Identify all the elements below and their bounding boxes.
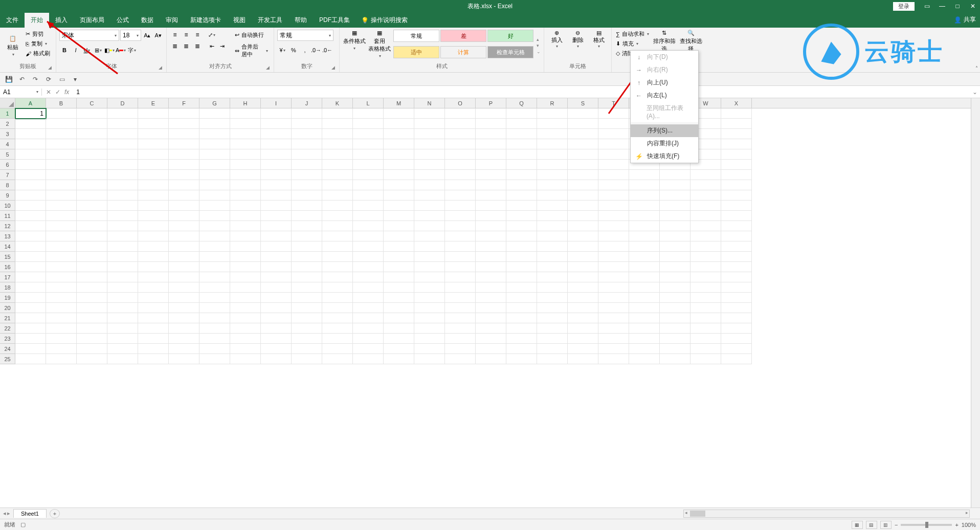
expand-formula-bar-icon[interactable]: ⌄	[970, 89, 980, 96]
decrease-decimal-icon[interactable]: .0←	[322, 45, 332, 55]
cell[interactable]	[292, 201, 322, 211]
cell[interactable]	[721, 354, 752, 364]
row-head-2[interactable]: 2	[0, 119, 15, 129]
cell[interactable]	[353, 303, 384, 313]
cell[interactable]	[721, 303, 752, 313]
cell[interactable]	[230, 313, 261, 323]
horizontal-scrollbar[interactable]: ◂ ▸	[683, 510, 970, 518]
font-size-select[interactable]: 18▾	[120, 30, 141, 41]
macro-record-icon[interactable]: ▢	[20, 521, 26, 528]
cell[interactable]	[138, 272, 169, 282]
cell[interactable]	[169, 211, 199, 221]
cell[interactable]	[77, 231, 107, 241]
cell[interactable]	[629, 170, 660, 180]
cell[interactable]	[77, 221, 107, 231]
fx-icon[interactable]: fx	[64, 89, 69, 96]
cell[interactable]	[691, 303, 721, 313]
cell[interactable]	[721, 231, 752, 241]
cell[interactable]	[660, 344, 691, 354]
col-head-A[interactable]: A	[15, 98, 46, 108]
cell[interactable]	[476, 119, 506, 129]
cell[interactable]	[322, 190, 353, 201]
col-head-Q[interactable]: Q	[506, 98, 537, 108]
cell[interactable]	[414, 344, 445, 354]
cell[interactable]	[322, 344, 353, 354]
cell[interactable]	[292, 139, 322, 149]
cell[interactable]	[598, 282, 629, 293]
cell[interactable]	[292, 231, 322, 241]
cell[interactable]	[384, 190, 414, 201]
cell[interactable]	[138, 282, 169, 293]
cell[interactable]	[322, 149, 353, 160]
cell[interactable]	[476, 160, 506, 170]
cell[interactable]	[230, 201, 261, 211]
zoom-out-icon[interactable]: −	[895, 522, 898, 528]
cell[interactable]	[77, 334, 107, 344]
cell[interactable]	[568, 262, 598, 272]
cell[interactable]	[138, 252, 169, 262]
cell[interactable]	[46, 334, 77, 344]
cell[interactable]	[230, 252, 261, 262]
cell[interactable]	[261, 149, 292, 160]
cell[interactable]	[138, 323, 169, 334]
cell[interactable]	[77, 303, 107, 313]
decrease-font-icon[interactable]: A▾	[153, 30, 163, 40]
cell[interactable]	[77, 252, 107, 262]
cell[interactable]	[199, 160, 230, 170]
conditional-format-button[interactable]: ▦条件格式▾	[343, 30, 366, 61]
phonetic-button[interactable]: 字▾	[127, 45, 137, 55]
login-button[interactable]: 登录	[893, 2, 915, 11]
cell[interactable]	[568, 201, 598, 211]
cell[interactable]	[445, 180, 476, 190]
cell[interactable]	[199, 272, 230, 282]
cell[interactable]	[261, 293, 292, 303]
increase-indent-icon[interactable]: ⇥	[217, 41, 227, 51]
col-head-M[interactable]: M	[384, 98, 414, 108]
cell[interactable]	[660, 241, 691, 252]
cell[interactable]	[138, 139, 169, 149]
cell[interactable]	[46, 139, 77, 149]
tab-插入[interactable]: 插入	[49, 13, 74, 28]
tab-审阅[interactable]: 审阅	[160, 13, 184, 28]
sheet-nav-next-icon[interactable]: ▸	[7, 510, 10, 517]
cell[interactable]	[629, 201, 660, 211]
cell[interactable]	[629, 282, 660, 293]
cell[interactable]	[414, 262, 445, 272]
cell[interactable]	[353, 160, 384, 170]
align-center-icon[interactable]: ≣	[181, 41, 191, 51]
cell[interactable]	[353, 201, 384, 211]
cell[interactable]	[537, 180, 568, 190]
cell[interactable]	[568, 129, 598, 139]
row-head-11[interactable]: 11	[0, 211, 15, 221]
cell[interactable]	[15, 272, 46, 282]
cell[interactable]	[15, 119, 46, 129]
cell[interactable]	[107, 160, 138, 170]
clipboard-launcher-icon[interactable]: ◢	[48, 65, 52, 70]
cell[interactable]	[46, 170, 77, 180]
cell[interactable]	[261, 139, 292, 149]
cell[interactable]	[445, 160, 476, 170]
style-good[interactable]: 好	[487, 30, 533, 42]
cell[interactable]	[660, 201, 691, 211]
cell[interactable]	[322, 231, 353, 241]
align-middle-icon[interactable]: ≡	[181, 30, 191, 40]
cell[interactable]	[445, 334, 476, 344]
format-cells-button[interactable]: ▤格式▾	[589, 30, 608, 61]
cell[interactable]	[230, 241, 261, 252]
cell[interactable]	[46, 149, 77, 160]
cell[interactable]	[169, 252, 199, 262]
cell[interactable]	[598, 272, 629, 282]
cell[interactable]	[445, 303, 476, 313]
fill-button[interactable]: ⬇填充▾	[615, 39, 650, 48]
cell[interactable]	[445, 221, 476, 231]
cell[interactable]	[384, 180, 414, 190]
gallery-down-icon[interactable]: ▾	[537, 43, 541, 48]
cell[interactable]	[353, 180, 384, 190]
cell[interactable]	[598, 139, 629, 149]
cell[interactable]	[660, 293, 691, 303]
cell[interactable]	[199, 201, 230, 211]
col-head-K[interactable]: K	[322, 98, 353, 108]
cell[interactable]	[598, 180, 629, 190]
merge-center-button[interactable]: ⇔合并后居中▾	[232, 41, 271, 60]
col-head-J[interactable]: J	[292, 98, 322, 108]
